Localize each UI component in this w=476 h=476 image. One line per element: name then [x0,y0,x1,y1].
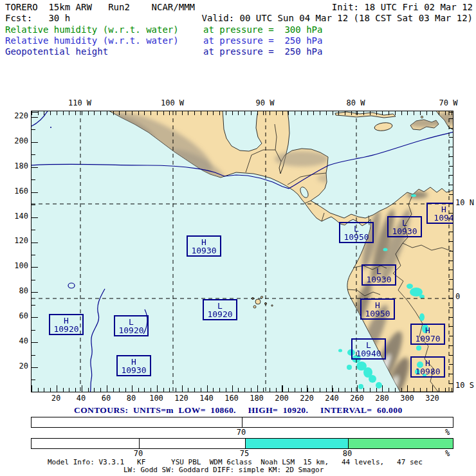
gridx-label: 260 [350,394,364,403]
colorbar-300hpa [31,417,453,428]
lat-label: 0 [455,292,460,301]
colorbar-tick-label: 70 [134,449,143,458]
gridx-label: 60 [102,394,111,403]
gridx-label: 140 [199,394,214,403]
top-ticks [32,111,453,115]
lon-label: 80 W [347,98,365,107]
gridy-label: 140 [1,212,28,221]
extremum-box: L10950 [339,222,374,243]
colorbar-segment-cyan [245,439,348,448]
extremum-box: L10920 [203,299,237,320]
extremum-box: L10920 [114,315,149,336]
extremum-box: H10930 [187,235,221,257]
forecast-hour: Fcst: 30 h [5,13,70,23]
gridx-label: 220 [300,394,314,403]
right-ticks [449,111,453,392]
gridx-label: 20 [51,394,60,403]
gridx-label: 80 [127,394,136,403]
gridy-label: 80 [1,286,28,295]
extremum-box: H1094 [426,203,453,224]
extremum-box: L10930 [362,264,396,286]
gridy-label: 120 [1,236,28,245]
left-major-ticks [32,111,38,392]
contour-info: CONTOURS: UNITS=m LOW= 10860. HIGH= 1092… [74,405,403,416]
field3-label: Geopotential height [5,46,108,57]
lon-label: 110 W [68,98,91,107]
colorbar-tick [242,417,243,427]
gridx-label: 40 [77,394,86,403]
extremum-box: H10920 [49,314,84,335]
lat-label: 10 N [455,198,474,207]
colorbar-tick [348,439,349,448]
colorbar-tick-label: 80 [343,449,352,458]
colorbar-tick [245,439,246,448]
basemap [32,111,453,392]
gridy-label: 180 [1,161,28,170]
gridy-label: 160 [1,187,28,196]
gridx-label: 120 [174,394,188,403]
gridy-label: 200 [1,136,28,145]
field1-label: Relative humidity (w.r.t. water) [5,24,179,35]
field1-level: at pressure = 300 hPa [203,24,322,35]
lat-label: 10 S [455,381,474,390]
gridy-label: 60 [1,311,28,320]
gridx-label: 320 [425,394,439,403]
gridx-label: 160 [224,394,239,403]
extremum-box: H10950 [360,298,395,320]
colorbar-tick-label: 70 [237,428,246,437]
colorbar-tick-label: 75 [240,449,249,458]
gridx-label: 200 [275,394,289,403]
colorbar-unit: % [445,449,450,458]
gridx-label: 240 [325,394,339,403]
gridx-label: 180 [250,394,264,403]
colorbar-unit: % [445,428,450,437]
gridy-label: 100 [1,261,28,270]
gridy-label: 40 [1,336,28,345]
lon-label: 90 W [256,98,275,107]
extremum-box: H10980 [410,356,445,378]
field2-label: Relative humidity (w.r.t. water) [5,35,179,46]
colorbar-segment-green [348,439,453,448]
init-time: Init: 18 UTC Fri 02 Mar 12 [332,2,473,12]
bottom-major-ticks [32,385,453,392]
field2-level: at pressure = 250 hPa [203,35,322,46]
model-title: TORERO 15km ARW Run2 NCAR/MMM [5,2,195,12]
lon-label: 100 W [161,98,184,107]
colorbar-tick [139,439,140,448]
gridx-label: 280 [375,394,389,403]
extremum-box: L10930 [387,216,422,237]
valid-time: Valid: 00 UTC Sun 04 Mar 12 (18 CST Sat … [202,13,473,23]
field3-level: at pressure = 250 hPa [203,46,322,57]
extremum-box: H10930 [116,355,151,376]
gridy-label: 20 [1,362,28,371]
gridy-label: 220 [1,111,28,120]
gridx-label: 100 [149,394,163,403]
lon-label: 70 W [439,98,458,107]
extremum-box: L10940 [351,338,386,360]
model-info-line2: LW: Godd SW: Goddard DIFF: simple KM: 2D… [124,466,324,474]
map-panel: H10920 L10920 H10930 H10930 L10920 L1095… [31,111,453,392]
extremum-box: H10970 [410,324,445,345]
gridx-label: 300 [400,394,414,403]
colorbar-250hpa [31,438,453,449]
wrf-plot-page: TORERO 15km ARW Run2 NCAR/MMM Init: 18 U… [0,0,476,476]
